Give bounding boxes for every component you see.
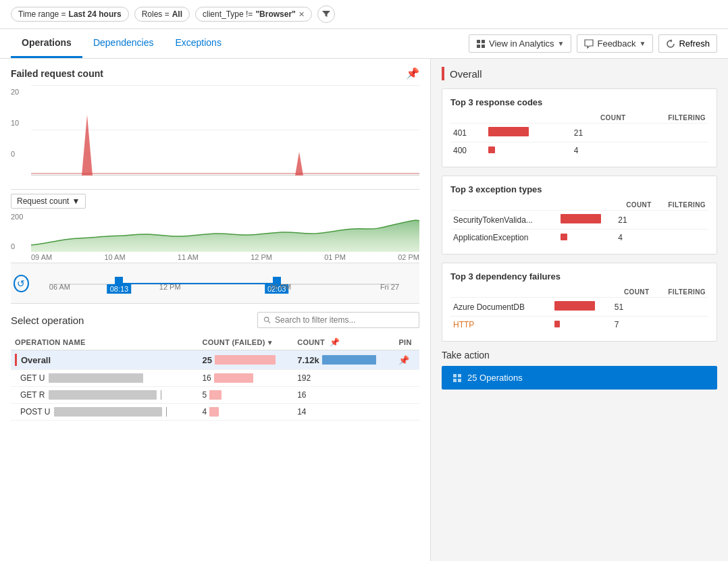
col-header-count-failed[interactable]: COUNT (FAILED)▼ [198,335,293,350]
exception-types-table: COUNT FILTERING SecurityTokenValida... 2… [450,200,708,246]
ex-count-1: 4 [615,230,654,246]
tab-dependencies[interactable]: Dependencies [82,29,165,58]
table-row[interactable]: GET R 5 16 [11,387,419,404]
op-name-cell-get-u: GET U [11,370,198,387]
time-4: 12 PM [251,253,272,261]
failed-request-section-title: Failed request count 📌 [11,67,419,80]
rc-bar-400 [486,142,571,159]
ex-filtering-1 [654,230,708,246]
count-failed-value-post-u: 4 [202,407,207,417]
list-item[interactable]: SecurityTokenValida... 21 [450,211,708,230]
filter-roles[interactable]: Roles = All [134,7,190,22]
grid-icon [476,39,486,49]
name-bar-post-u [54,407,162,417]
filter-time-range[interactable]: Time range = Last 24 hours [11,7,129,22]
op-name-cell: Overall [11,350,198,370]
pin-header-icon[interactable]: 📌 [330,338,340,347]
pin-cell-overall[interactable]: 📌 [394,350,419,370]
count-cell-post-u: 14 [293,404,394,421]
count-failed-cell-post-u: 4 [198,404,293,421]
list-item[interactable]: 400 4 [450,142,708,159]
filter-client-type[interactable]: client_Type != "Browser" ✕ [195,7,312,22]
rc-code-400: 400 [450,142,486,159]
svg-rect-2 [477,45,480,48]
rc-col-count: COUNT [571,113,629,124]
refresh-button[interactable]: Refresh [658,34,717,53]
operations-btn-icon [452,373,462,383]
feedback-button[interactable]: Feedback ▼ [577,34,653,53]
count-failed-bar-get-r [209,390,222,400]
rc-count-401: 21 [571,124,629,142]
op-name-cell-post-u: POST U [11,404,198,421]
list-item[interactable]: ApplicationException 4 [450,230,708,246]
ex-bar-0 [558,211,616,230]
svg-rect-9 [458,379,461,382]
ex-name-1: ApplicationException [450,230,558,246]
y2-bot: 0 [11,242,15,250]
filter-ct-remove[interactable]: ✕ [298,10,305,19]
list-item[interactable]: Azure DocumentDB 51 [450,298,708,317]
left-panel: Failed request count 📌 20 10 0 Request c… [0,59,431,561]
tab-exceptions[interactable]: Exceptions [164,29,232,58]
rc-col-filtering: FILTERING [629,113,708,124]
feedback-icon [584,39,594,49]
search-box[interactable] [257,312,419,328]
dep-filtering-1 [652,317,708,333]
filter-time-value: Last 24 hours [69,9,122,19]
svg-rect-8 [453,379,457,382]
count-failed-value-get-r: 5 [202,390,207,400]
filter-time-label: Time range = [18,9,66,19]
dep-filtering-0 [652,298,708,317]
request-count-dropdown[interactable]: Request count ▼ [11,194,86,209]
ex-col-count: COUNT [615,200,654,211]
failed-request-chart: 20 10 0 [11,85,419,190]
count-failed-cell-get-u: 16 [198,370,293,387]
dep-bar-0 [552,298,612,317]
top-gridline [31,85,419,86]
tab-operations[interactable]: Operations [11,29,82,58]
filter-ct-label: client_Type != [203,9,253,19]
rc-col-bar [486,113,571,124]
rc-col-name [450,113,486,124]
count-failed-cell-overall: 25 [198,350,293,370]
rc-filtering-400 [629,142,708,159]
count-failed-bar-post-u [209,407,219,417]
spike-2 [295,152,303,176]
time-6: 02 PM [398,253,419,261]
pin-cell-get-r[interactable] [394,387,419,404]
rc-bar-401 [486,124,571,142]
pin-cell-post-u[interactable] [394,404,419,421]
tick-4: Fri 27 [380,283,399,291]
dep-name-0: Azure DocumentDB [450,298,552,317]
table-row[interactable]: Overall 25 7.12k [11,350,419,370]
list-item[interactable]: 401 21 [450,124,708,142]
red-indicator [15,354,17,366]
pin-icon-overall[interactable]: 📌 [398,355,409,365]
rc-count-400: 4 [571,142,629,159]
add-filter-button[interactable] [317,5,335,23]
dependency-failures-table: COUNT FILTERING Azure DocumentDB 51 HTTP [450,287,708,333]
pin-cell-get-u[interactable] [394,370,419,387]
pin-icon[interactable]: 📌 [406,67,419,80]
operations-action-button[interactable]: 25 Operations [442,366,717,390]
table-row[interactable]: GET U 16 192 [11,370,419,387]
y-axis-bot: 0 [11,150,15,158]
response-codes-title: Top 3 response codes [450,97,708,107]
table-row[interactable]: POST U 4 14 [11,404,419,421]
ex-count-0: 21 [615,211,654,230]
search-input[interactable] [275,315,413,325]
count-failed-bar-overall [215,355,276,365]
timeline-refresh-icon[interactable]: ↺ [14,275,29,292]
request-count-row: Request count ▼ [11,194,419,209]
col-header-op-name: OPERATION NAME [11,335,198,350]
tick-2: 12 PM [159,283,181,291]
list-item[interactable]: HTTP 7 [450,317,708,333]
overall-red-indicator [442,67,444,80]
name-bar-get-r-end [161,390,161,400]
green-chart-svg [31,211,419,252]
ex-col-bar [558,200,616,211]
exception-types-title: Top 3 exception types [450,184,708,194]
count-value-post-u: 14 [297,407,306,417]
rc-bar-400-fill [488,146,495,153]
view-analytics-button[interactable]: View in Analytics ▼ [469,34,572,53]
